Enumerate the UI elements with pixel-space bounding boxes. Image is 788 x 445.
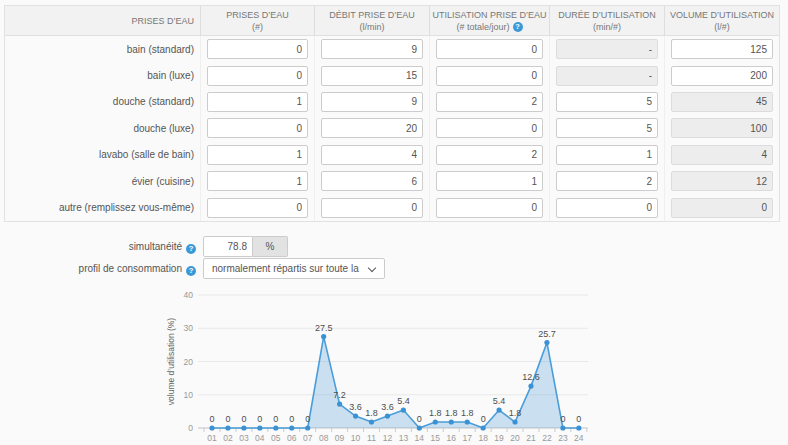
- simultaneite-input-group: %: [203, 236, 288, 257]
- header-volume: VOLUME D’UTILISATION(l/#): [665, 6, 779, 35]
- svg-text:22: 22: [542, 433, 552, 443]
- prises-input[interactable]: [207, 145, 308, 165]
- svg-text:0: 0: [188, 423, 193, 433]
- table-row-douche-standard: douche (standard): [5, 89, 779, 115]
- prises-input[interactable]: [207, 198, 308, 218]
- profil-label: profil de consommation?: [4, 258, 196, 279]
- svg-text:21: 21: [526, 433, 536, 443]
- debit-input[interactable]: [321, 66, 423, 86]
- svg-text:01: 01: [207, 433, 217, 443]
- svg-text:30: 30: [184, 323, 194, 333]
- duree-input: [556, 66, 658, 86]
- prises-input[interactable]: [207, 92, 308, 112]
- utilisation-input[interactable]: [436, 66, 543, 86]
- svg-text:40: 40: [184, 290, 194, 300]
- svg-text:volume d’utilisation (%): volume d’utilisation (%): [166, 318, 176, 406]
- header-duree: DURÉE D’UTILISATION(min/#): [550, 6, 665, 35]
- volume-input: [671, 198, 773, 218]
- prises-input[interactable]: [207, 171, 308, 191]
- debit-input[interactable]: [321, 145, 423, 165]
- duree-input: [556, 39, 658, 59]
- volume-input: [671, 171, 773, 191]
- svg-text:17: 17: [462, 433, 472, 443]
- duree-input[interactable]: [556, 171, 658, 191]
- prises-input[interactable]: [207, 39, 308, 59]
- debit-input[interactable]: [321, 92, 423, 112]
- utilisation-input[interactable]: [436, 198, 543, 218]
- help-icon[interactable]: ?: [513, 22, 523, 32]
- profil-selected-value: normalement répartis sur toute la journé…: [212, 263, 360, 274]
- prises-input[interactable]: [207, 118, 308, 138]
- utilisation-input[interactable]: [436, 171, 543, 191]
- row-label: bain (luxe): [5, 62, 201, 88]
- svg-text:5.4: 5.4: [493, 396, 506, 406]
- svg-text:06: 06: [287, 433, 297, 443]
- volume-input[interactable]: [671, 39, 773, 59]
- svg-text:10: 10: [184, 390, 194, 400]
- table-row-bain-luxe: bain (luxe): [5, 62, 779, 88]
- svg-text:23: 23: [558, 433, 568, 443]
- volume-input[interactable]: [671, 66, 773, 86]
- duree-input[interactable]: [556, 145, 658, 165]
- svg-text:05: 05: [271, 433, 281, 443]
- volume-input: [671, 92, 773, 112]
- consumption-profile-chart[interactable]: 0102030400102030405060708091011121314151…: [160, 283, 660, 445]
- water-intake-page: PRISES D’EAU PRISES D’EAU(#) DÉBIT PRISE…: [0, 0, 788, 445]
- svg-text:3.6: 3.6: [381, 402, 394, 412]
- row-label: bain (standard): [5, 36, 201, 62]
- svg-text:0: 0: [209, 414, 214, 424]
- simultaneite-label: simultanéité?: [4, 236, 196, 257]
- chart-canvas: 0102030400102030405060708091011121314151…: [160, 283, 660, 445]
- utilisation-input[interactable]: [436, 39, 543, 59]
- svg-text:15: 15: [431, 433, 441, 443]
- svg-text:1.8: 1.8: [445, 408, 458, 418]
- profil-select[interactable]: normalement répartis sur toute la journé…: [203, 258, 385, 279]
- svg-text:25.7: 25.7: [538, 329, 556, 339]
- prises-input[interactable]: [207, 66, 308, 86]
- utilisation-input[interactable]: [436, 118, 543, 138]
- percent-addon: %: [253, 236, 288, 257]
- svg-text:0: 0: [481, 414, 486, 424]
- duree-input[interactable]: [556, 118, 658, 138]
- svg-text:0: 0: [273, 414, 278, 424]
- duree-input[interactable]: [556, 92, 658, 112]
- svg-text:09: 09: [335, 433, 345, 443]
- debit-input[interactable]: [321, 171, 423, 191]
- svg-text:12.6: 12.6: [522, 372, 540, 382]
- svg-text:0: 0: [560, 414, 565, 424]
- svg-text:19: 19: [494, 433, 504, 443]
- volume-input: [671, 145, 773, 165]
- row-label: douche (standard): [5, 89, 201, 115]
- debit-input[interactable]: [321, 118, 423, 138]
- svg-text:07: 07: [303, 433, 313, 443]
- header-prises-deau-label: PRISES D’EAU: [5, 6, 201, 35]
- svg-text:02: 02: [223, 433, 233, 443]
- svg-text:10: 10: [351, 433, 361, 443]
- chevron-down-icon: [368, 264, 376, 272]
- row-label: douche (luxe): [5, 115, 201, 141]
- utilisation-input[interactable]: [436, 145, 543, 165]
- svg-text:1.8: 1.8: [461, 408, 474, 418]
- svg-text:7.2: 7.2: [333, 390, 346, 400]
- table-row-bain-standard: bain (standard): [5, 36, 779, 62]
- debit-input[interactable]: [321, 198, 423, 218]
- header-debit: DÉBIT PRISE D’EAU(l/min): [315, 6, 430, 35]
- help-icon[interactable]: ?: [186, 244, 196, 254]
- svg-text:27.5: 27.5: [315, 323, 333, 333]
- table-row-evier: évier (cuisine): [5, 168, 779, 194]
- table-row-autre: autre (remplissez vous-même): [5, 194, 779, 220]
- duree-input[interactable]: [556, 198, 658, 218]
- table-header-row: PRISES D’EAU PRISES D’EAU(#) DÉBIT PRISE…: [5, 6, 779, 36]
- svg-text:13: 13: [399, 433, 409, 443]
- svg-text:04: 04: [255, 433, 265, 443]
- simultaneite-input[interactable]: [203, 236, 253, 257]
- svg-text:0: 0: [289, 414, 294, 424]
- svg-text:0: 0: [305, 414, 310, 424]
- svg-text:1.8: 1.8: [509, 408, 522, 418]
- svg-text:16: 16: [447, 433, 457, 443]
- utilisation-input[interactable]: [436, 92, 543, 112]
- svg-text:24: 24: [574, 433, 584, 443]
- debit-input[interactable]: [321, 39, 423, 59]
- svg-text:0: 0: [257, 414, 262, 424]
- help-icon[interactable]: ?: [186, 266, 196, 276]
